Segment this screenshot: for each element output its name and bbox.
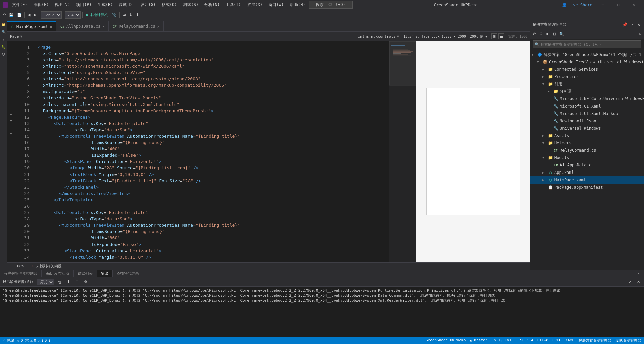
menu-tools[interactable]: 工具(T)	[223, 1, 244, 9]
btab-find-results[interactable]: 查找符号结果	[113, 270, 143, 277]
btab-pkg-manager[interactable]: 程序包管理器控制台	[0, 270, 42, 277]
add-icon[interactable]: +	[10, 264, 12, 268]
save-button[interactable]: 💾	[8, 12, 15, 18]
output-float-btn[interactable]: ↗	[627, 279, 633, 285]
tree-app-xaml[interactable]: ▶ ⬡ App.xaml	[530, 169, 644, 176]
debug-config-select[interactable]: Debug	[41, 11, 62, 19]
live-share-button[interactable]: 👤 Live Share	[559, 3, 595, 7]
fold-10[interactable]	[7, 98, 15, 105]
tab-close-allapps[interactable]: ✕	[102, 25, 104, 28]
tree-assembly-5[interactable]: 🔧 Universal Windows	[530, 125, 644, 132]
forward-button[interactable]: ▶	[32, 12, 38, 18]
step-into[interactable]: ⬇	[128, 12, 134, 18]
fold-9[interactable]	[7, 92, 15, 98]
menu-file[interactable]: 文件(F)	[9, 1, 30, 9]
step-over[interactable]: ⏭	[121, 12, 127, 18]
tree-assembly-3[interactable]: 🔧 Microsoft.UI.Xaml.Markup	[530, 110, 644, 117]
tree-relaycommand-cs[interactable]: C# RelayCommand.cs	[530, 147, 644, 154]
run-button[interactable]: ▶ 本地计算机	[84, 12, 110, 18]
tree-references[interactable]: ▼ 📁 引用	[530, 80, 644, 88]
minimize-button[interactable]: ─	[595, 0, 610, 10]
tree-assembly-2[interactable]: 🔧 Microsoft.UI.Xaml	[530, 102, 644, 110]
menu-test[interactable]: 测试(S)	[180, 1, 201, 9]
se-expand-btn[interactable]: ↗	[630, 22, 635, 28]
se-show-all-btn[interactable]: 👁	[545, 31, 551, 37]
left-tb-debug[interactable]: 🐛	[1, 44, 7, 50]
output-close-btn[interactable]: ✕	[636, 279, 641, 285]
status-branch[interactable]: ▲ master	[470, 338, 487, 343]
new-file-button[interactable]: 📄	[16, 12, 23, 18]
menu-view[interactable]: 视图(V)	[52, 1, 73, 9]
fold-3[interactable]	[7, 54, 15, 60]
tree-analyzers[interactable]: ▶ 📁 分析器	[530, 88, 644, 95]
output-clear-btn[interactable]: 🗑	[57, 279, 63, 285]
status-team-tab[interactable]: 团队资源管理器	[615, 338, 641, 343]
status-errors[interactable]: ⊗ 0 ⓔ ⚠ 0 △ ℹ 0 ℹ	[17, 338, 50, 343]
tab-allappsdata[interactable]: C# AllAppsData.cs ✕	[56, 21, 109, 31]
btab-close[interactable]: ✕	[633, 270, 644, 277]
tree-properties[interactable]: ▶ 📁 Properties	[530, 73, 644, 80]
tab-mainpage-xaml[interactable]: ⬡ MainPage.xaml ✕	[7, 21, 56, 31]
fold-2[interactable]	[7, 48, 15, 54]
tree-assembly-1[interactable]: 🔧 Microsoft.NETCore.UniversalWindowsPlat…	[530, 95, 644, 102]
undo-button[interactable]: ↶	[1, 12, 7, 18]
menu-build[interactable]: 生成(B)	[95, 1, 116, 9]
tab-close-relay[interactable]: ✕	[157, 25, 159, 28]
tree-mainpage-xaml[interactable]: ▶ ⬡ MainPage.xaml	[530, 176, 644, 184]
menu-edit[interactable]: 编辑(E)	[31, 1, 52, 9]
output-scroll-btn[interactable]: ⬇	[66, 279, 71, 285]
left-tb-explorer[interactable]: 📁	[1, 21, 7, 27]
se-search-btn[interactable]: 🔍	[558, 31, 566, 37]
output-filter-btn[interactable]: ⊟	[74, 279, 80, 285]
fold-1[interactable]	[7, 41, 15, 48]
tree-solution-root[interactable]: ▼ 🔷 解决方案 'GreenShade.UWPDemo'(1 个项目/共 1 …	[530, 51, 644, 58]
tree-allappsdata-cs[interactable]: C# AllAppsData.cs	[530, 161, 644, 169]
fold-6[interactable]	[7, 73, 15, 79]
restore-button[interactable]: ❐	[610, 0, 626, 10]
status-project[interactable]: GreenShade.UWPDemo	[426, 338, 466, 343]
tree-models[interactable]: ▼ 📁 Models	[530, 154, 644, 161]
search-box[interactable]: 搜索 (Ctrl+Q)	[309, 1, 353, 9]
tab-close-mainpage[interactable]: ✕	[50, 25, 52, 29]
se-git-btn[interactable]: ⑂	[638, 31, 643, 37]
list-view-btn[interactable]: ☰	[498, 33, 504, 39]
left-tb-search[interactable]: 🔍	[1, 29, 7, 35]
se-filter-btn[interactable]: ⊟	[552, 31, 557, 37]
tab-relaycommand[interactable]: C# RelayCommand.cs ✕	[109, 21, 163, 31]
menu-help[interactable]: 帮助(H)	[287, 1, 308, 9]
fold-14[interactable]	[7, 124, 15, 130]
fold-7[interactable]	[7, 79, 15, 86]
fold-15[interactable]: ▼	[7, 130, 15, 137]
tree-assets[interactable]: ▶ 📁 Assets	[530, 132, 644, 139]
back-button[interactable]: ◀	[26, 12, 32, 18]
tree-helpers[interactable]: ▼ 📁 Helpers	[530, 139, 644, 147]
menu-extensions[interactable]: 扩展(X)	[245, 1, 265, 9]
left-tb-extensions[interactable]: ⬡	[1, 51, 7, 57]
fold-13[interactable]: ▼	[7, 118, 15, 124]
tree-connected-services[interactable]: ▶ 📁 Connected Services	[530, 66, 644, 73]
se-props-btn[interactable]: ⚙	[538, 31, 544, 37]
fold-5[interactable]	[7, 67, 15, 73]
fold-8[interactable]	[7, 86, 15, 92]
menu-format[interactable]: 格式(O)	[159, 1, 180, 9]
left-tb-git[interactable]: ⑂	[1, 36, 7, 42]
close-button[interactable]: ✕	[626, 0, 641, 10]
se-search-box[interactable]: 🔍 搜索解决方案资源管理器 (Ctrl+;)	[533, 40, 641, 48]
menu-debug[interactable]: 调试(D)	[116, 1, 137, 9]
output-settings-btn[interactable]: ⚙	[83, 279, 89, 285]
menu-analyze[interactable]: 分析(N)	[202, 1, 222, 9]
menu-window[interactable]: 窗口(W)	[266, 1, 286, 9]
tree-package-manifest[interactable]: 📋 Package.appxmanifest	[530, 184, 644, 191]
se-sync-btn[interactable]: ⟳	[532, 31, 537, 37]
output-source-select[interactable]: 调试	[37, 279, 54, 285]
status-se-tab[interactable]: 解决方案资源管理器	[578, 338, 611, 343]
step-out[interactable]: ⬆	[135, 12, 140, 18]
se-pin-btn[interactable]: 📌	[621, 22, 629, 28]
se-close-btn[interactable]: ✕	[636, 22, 641, 28]
platform-select[interactable]: x64	[65, 11, 81, 19]
fold-4[interactable]	[7, 60, 15, 67]
btab-output[interactable]: 输出	[97, 270, 113, 277]
btab-errors[interactable]: 错误列表	[74, 270, 97, 277]
btab-web-publish[interactable]: Web 发布活动	[42, 270, 74, 277]
menu-design[interactable]: 设计(G)	[138, 1, 158, 9]
